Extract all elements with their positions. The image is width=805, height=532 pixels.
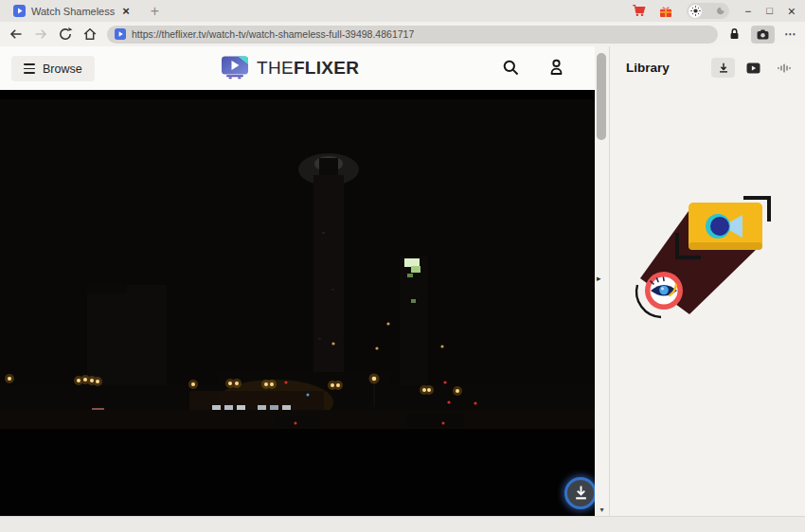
site-logo[interactable]: THEFLIXER: [221, 56, 359, 80]
library-title: Library: [626, 61, 670, 75]
browser-pane: Browse: [0, 46, 609, 516]
video-icon: [745, 62, 761, 75]
url-favicon-play-icon: [115, 28, 126, 40]
panel-collapse-icon[interactable]: ▸: [597, 274, 601, 283]
tv-play-icon: [221, 56, 249, 80]
tab-close-icon[interactable]: ×: [120, 5, 132, 17]
library-empty-illustration: [627, 184, 788, 326]
theme-toggle[interactable]: [687, 3, 729, 19]
more-menu-button[interactable]: ⋯: [784, 27, 796, 41]
camera-icon: [756, 28, 770, 41]
lock-icon: [727, 27, 742, 42]
status-footer: [0, 516, 805, 532]
library-tab-video[interactable]: [742, 58, 765, 78]
library-pane: Library: [609, 46, 805, 516]
back-icon[interactable]: [9, 27, 24, 42]
search-icon[interactable]: [502, 59, 520, 77]
download-overlay-button[interactable]: [564, 477, 595, 509]
browser-tab[interactable]: Watch Shameless ×: [9, 0, 135, 22]
browse-button[interactable]: Browse: [11, 56, 95, 81]
new-tab-button[interactable]: +: [147, 4, 163, 19]
hamburger-icon: [24, 63, 35, 73]
library-tab-downloads[interactable]: [711, 58, 735, 78]
browse-label: Browse: [43, 62, 82, 76]
download-icon: [575, 486, 587, 501]
close-button[interactable]: ×: [788, 5, 796, 18]
sun-icon[interactable]: [689, 5, 702, 18]
minimize-button[interactable]: −: [744, 6, 751, 17]
page-scrollbar[interactable]: ▸ ▾: [595, 46, 609, 516]
tab-favicon-play-icon: [13, 5, 26, 17]
logo-flixer: FLIXER: [294, 58, 359, 78]
url-text: https://theflixer.tv/watch-tv/watch-sham…: [132, 28, 414, 40]
titlebar: Watch Shameless × +: [0, 0, 805, 22]
navbar: https://theflixer.tv/watch-tv/watch-sham…: [0, 22, 805, 46]
tab-title: Watch Shameless: [31, 6, 115, 17]
library-header: Library: [610, 46, 805, 78]
download-icon: [717, 61, 730, 75]
screen-capture-button[interactable]: [751, 26, 775, 44]
logo-the: THE: [257, 58, 294, 78]
user-icon[interactable]: [547, 58, 565, 77]
scrollbar-thumb[interactable]: [597, 53, 606, 140]
video-player[interactable]: [0, 90, 595, 516]
gift-icon[interactable]: [657, 3, 673, 19]
cart-icon[interactable]: [631, 3, 647, 19]
site-header: Browse: [0, 46, 609, 90]
app-window: Watch Shameless × +: [0, 0, 805, 532]
maximize-button[interactable]: □: [766, 6, 773, 16]
logo-text: THEFLIXER: [257, 58, 359, 79]
video-frame-night-city: [0, 90, 595, 516]
home-icon[interactable]: [82, 27, 98, 42]
moon-icon[interactable]: [716, 7, 724, 15]
forward-icon[interactable]: [33, 27, 48, 42]
equalizer-icon: [777, 62, 792, 75]
refresh-icon[interactable]: [58, 27, 73, 42]
scrollbar-down-icon[interactable]: ▾: [595, 505, 609, 514]
url-bar[interactable]: https://theflixer.tv/watch-tv/watch-sham…: [107, 26, 718, 44]
content-area: Browse: [0, 46, 805, 516]
library-tab-audio[interactable]: [772, 58, 796, 78]
